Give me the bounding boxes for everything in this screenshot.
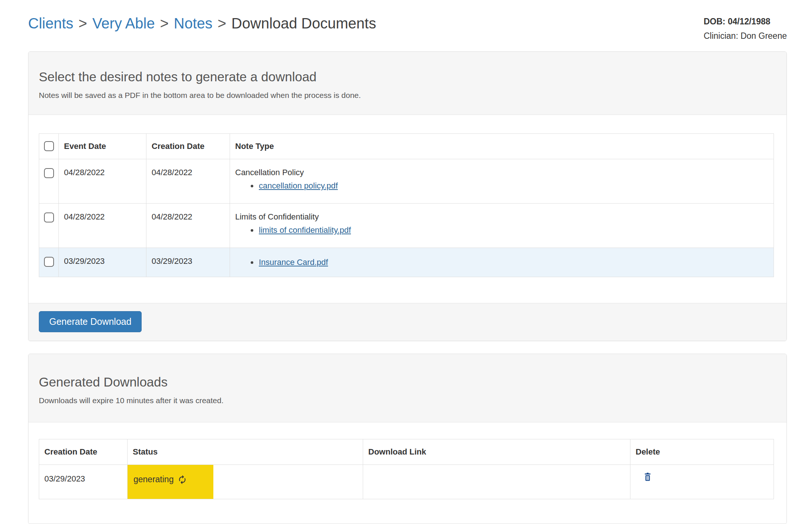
- select-notes-panel-footer: Generate Download: [28, 303, 786, 341]
- column-header-delete: Delete: [630, 439, 774, 465]
- row-checkbox[interactable]: [44, 257, 54, 267]
- table-row: 04/28/2022 04/28/2022 Cancellation Polic…: [39, 159, 774, 203]
- creation-date-cell: 03/29/2023: [146, 248, 230, 277]
- row-checkbox[interactable]: [44, 168, 54, 178]
- file-list: limits of confidentiality.pdf: [235, 225, 768, 235]
- column-header-note-type: Note Type: [230, 133, 774, 159]
- breadcrumb-current-page: Download Documents: [231, 15, 376, 31]
- row-checkbox-cell: [39, 159, 59, 203]
- select-notes-title: Select the desired notes to generate a d…: [39, 69, 776, 84]
- client-clinician: Clinician: Don Greene: [704, 31, 787, 42]
- note-pdf-link[interactable]: cancellation policy.pdf: [259, 181, 338, 190]
- generate-download-button[interactable]: Generate Download: [39, 311, 142, 332]
- downloads-table: Creation Date Status Download Link Delet…: [39, 439, 774, 499]
- note-pdf-link[interactable]: limits of confidentiality.pdf: [259, 225, 351, 235]
- breadcrumb-separator: >: [218, 15, 226, 31]
- status-badge: generating: [128, 465, 213, 499]
- generated-downloads-subtitle: Downloads will expire 10 minutes after i…: [39, 396, 776, 405]
- event-date-cell: 04/28/2022: [59, 203, 146, 248]
- download-documents-page: Clients>Very Able>Notes>Download Documen…: [0, 0, 812, 524]
- creation-date-cell: 03/29/2023: [39, 465, 128, 499]
- notes-table-header-row: Event Date Creation Date Note Type: [39, 133, 774, 159]
- select-notes-panel: Select the desired notes to generate a d…: [28, 51, 787, 341]
- topbar: Clients>Very Able>Notes>Download Documen…: [28, 14, 787, 42]
- breadcrumb-link-client-name[interactable]: Very Able: [92, 15, 155, 31]
- breadcrumb-link-notes[interactable]: Notes: [174, 15, 213, 31]
- breadcrumb: Clients>Very Able>Notes>Download Documen…: [28, 14, 376, 33]
- note-type-cell: Insurance Card.pdf: [230, 248, 774, 277]
- row-checkbox-cell: [39, 203, 59, 248]
- column-header-status: Status: [128, 439, 363, 465]
- breadcrumb-link-clients[interactable]: Clients: [28, 15, 73, 31]
- column-header-event-date: Event Date: [59, 133, 146, 159]
- note-type-label: Limits of Confidentiality: [235, 212, 768, 222]
- client-dob: DOB: 04/12/1988: [704, 16, 787, 27]
- list-item: Insurance Card.pdf: [258, 258, 768, 267]
- downloads-table-header-row: Creation Date Status Download Link Delet…: [39, 439, 774, 465]
- download-link-cell: [363, 465, 630, 499]
- status-cell: generating: [128, 465, 363, 499]
- column-header-creation-date: Creation Date: [39, 439, 128, 465]
- creation-date-cell: 04/28/2022: [146, 159, 230, 203]
- client-meta: DOB: 04/12/1988 Clinician: Don Greene: [704, 14, 787, 42]
- notes-table: Event Date Creation Date Note Type 04/28…: [39, 133, 774, 277]
- creation-date-cell: 04/28/2022: [146, 203, 230, 248]
- row-checkbox[interactable]: [44, 212, 54, 222]
- table-row: 03/29/2023 generating: [39, 465, 774, 499]
- file-list: Insurance Card.pdf: [235, 258, 768, 267]
- note-type-cell: Cancellation Policy cancellation policy.…: [230, 159, 774, 203]
- breadcrumb-separator: >: [78, 15, 87, 31]
- select-notes-panel-heading: Select the desired notes to generate a d…: [28, 52, 786, 115]
- event-date-cell: 04/28/2022: [59, 159, 146, 203]
- generated-downloads-title: Generated Downloads: [39, 375, 776, 389]
- generated-downloads-heading: Generated Downloads Downloads will expir…: [28, 354, 786, 422]
- list-item: limits of confidentiality.pdf: [258, 225, 768, 235]
- select-notes-subtitle: Notes will be saved as a PDF in the bott…: [39, 91, 776, 100]
- select-notes-panel-body: Event Date Creation Date Note Type 04/28…: [28, 115, 786, 303]
- breadcrumb-separator: >: [160, 15, 169, 31]
- note-type-cell: Limits of Confidentiality limits of conf…: [230, 203, 774, 248]
- event-date-cell: 03/29/2023: [59, 248, 146, 277]
- table-row: 04/28/2022 04/28/2022 Limits of Confiden…: [39, 203, 774, 248]
- generated-downloads-body: Creation Date Status Download Link Delet…: [28, 422, 786, 524]
- delete-cell: [630, 465, 774, 499]
- table-row-highlighted: 03/29/2023 03/29/2023 Insurance Card.pdf: [39, 248, 774, 277]
- file-list: cancellation policy.pdf: [235, 181, 768, 191]
- column-header-creation-date: Creation Date: [146, 133, 230, 159]
- note-type-label: Cancellation Policy: [235, 168, 768, 177]
- refresh-icon: [177, 475, 187, 484]
- select-all-checkbox[interactable]: [44, 141, 54, 151]
- trash-icon: [644, 477, 652, 483]
- column-header-download-link: Download Link: [363, 439, 630, 465]
- list-item: cancellation policy.pdf: [258, 181, 768, 191]
- delete-download-button[interactable]: [644, 472, 652, 483]
- select-all-header-cell: [39, 133, 59, 159]
- row-checkbox-cell: [39, 248, 59, 277]
- status-text: generating: [133, 474, 174, 484]
- note-pdf-link[interactable]: Insurance Card.pdf: [259, 258, 328, 267]
- generated-downloads-panel: Generated Downloads Downloads will expir…: [28, 354, 787, 524]
